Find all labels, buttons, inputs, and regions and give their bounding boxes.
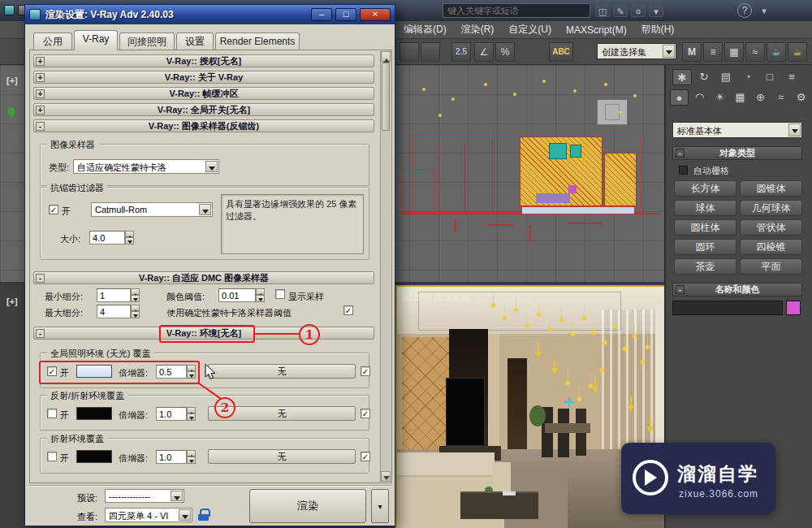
object-color-swatch[interactable] (786, 301, 801, 315)
dropdown-arrow-icon[interactable] (205, 161, 218, 172)
filter-size-spinner[interactable] (125, 231, 134, 245)
geosphere-button[interactable]: 几何球体 (740, 200, 802, 216)
gi-map-enable-checkbox[interactable]: ✓ (361, 366, 370, 376)
unlink-icon[interactable] (421, 42, 440, 62)
menu-customize[interactable]: 自定义(U) (503, 21, 557, 38)
filter-size-field[interactable] (89, 231, 125, 245)
lights-category-icon[interactable]: ☀ (710, 89, 729, 106)
align-icon[interactable]: ≡ (703, 42, 723, 62)
expand-icon[interactable]: + (36, 57, 45, 66)
dropdown-arrow-icon[interactable] (199, 204, 211, 215)
reflection-override-on-checkbox[interactable] (47, 409, 57, 418)
rollout-authorization[interactable]: + V-Ray:: 授权[无名] (33, 54, 374, 67)
refraction-map-none-button[interactable]: 无 (208, 449, 356, 464)
color-threshold-spinner[interactable] (256, 288, 265, 302)
percent-snap-icon[interactable]: % (495, 42, 515, 62)
torus-button[interactable]: 圆环 (674, 239, 736, 255)
motion-tab-icon[interactable]: ◔ (738, 69, 758, 85)
box-button[interactable]: 长方体 (674, 180, 736, 197)
tab-settings[interactable]: 设置 (176, 32, 214, 50)
reflection-map-enable-checkbox[interactable]: ✓ (361, 409, 370, 418)
sphere-button[interactable]: 球体 (674, 200, 736, 216)
search-input[interactable] (443, 3, 590, 18)
scroll-up-icon[interactable] (381, 51, 391, 62)
render-button[interactable]: 渲染 (249, 489, 366, 523)
viewport-corner-menu[interactable]: [+] (6, 76, 18, 85)
max-subdivs-spinner[interactable] (131, 305, 140, 318)
use-dmc-threshold-checkbox[interactable]: ✓ (343, 305, 353, 315)
geometry-category-icon[interactable]: ● (670, 89, 689, 106)
object-name-field[interactable] (672, 301, 783, 315)
viewport-label[interactable]: [摄影机] [真实处理] (403, 292, 471, 303)
collapse-icon[interactable]: - (676, 285, 685, 294)
refraction-multiplier-field[interactable] (156, 450, 187, 464)
render-setup-icon[interactable]: ☕ (767, 42, 786, 62)
rollout-dmc-sampler[interactable]: - V-Ray:: 自适应 DMC 图像采样器 (33, 271, 374, 284)
angle-snap-icon[interactable]: ∠ (474, 42, 494, 62)
expand-icon[interactable]: + (36, 73, 45, 82)
rollout-about-vray[interactable]: + V-Ray:: 关于 V-Ray (33, 71, 374, 84)
layer-manager-icon[interactable]: ▦ (724, 42, 744, 62)
show-samples-checkbox[interactable] (275, 289, 285, 299)
cone-button[interactable]: 圆锥体 (740, 180, 802, 197)
min-subdivs-spinner[interactable] (131, 288, 140, 302)
mirror-icon[interactable]: M (682, 42, 702, 62)
help-caret-icon[interactable]: ▾ (757, 4, 771, 17)
shapes-category-icon[interactable]: ◠ (690, 89, 709, 106)
scroll-down-icon[interactable] (381, 471, 391, 482)
aa-filter-dropdown[interactable]: Catmull-Rom (91, 202, 213, 217)
min-subdivs-field[interactable] (97, 288, 131, 302)
dropdown-arrow-icon[interactable] (179, 509, 191, 521)
display-tab-icon[interactable]: □ (760, 69, 780, 85)
reflection-multiplier-field[interactable] (156, 407, 187, 421)
name-color-rollout[interactable]: - 名称和颜色 (672, 283, 802, 296)
view-dropdown[interactable]: 四元菜单 4 - VI (105, 508, 192, 522)
teapot-button[interactable]: 茶壶 (674, 258, 736, 275)
reflection-multiplier-spinner[interactable] (187, 407, 196, 421)
viewport-corner-menu[interactable]: [+] (6, 296, 18, 306)
preset-dropdown[interactable]: -------------- (105, 489, 184, 503)
render-flyout-button[interactable]: ▾ (371, 489, 389, 523)
close-button[interactable]: × (360, 8, 391, 21)
scroll-thumb[interactable] (382, 63, 390, 131)
collapse-icon[interactable]: - (36, 122, 45, 131)
autogrid-checkbox[interactable] (679, 166, 688, 175)
tab-indirect-illumination[interactable]: 间接照明 (119, 32, 175, 50)
gi-map-none-button[interactable]: 无 (208, 364, 356, 379)
color-threshold-field[interactable] (218, 288, 256, 302)
dialog-scrollbar[interactable] (380, 51, 391, 482)
object-type-rollout[interactable]: - 对象类型 (672, 146, 802, 160)
menu-help[interactable]: 帮助(H) (636, 21, 680, 38)
infocenter-window-icon[interactable]: ◫ (595, 4, 610, 17)
collapse-icon[interactable]: - (36, 329, 45, 338)
primitive-type-dropdown[interactable]: 标准基本体 (672, 122, 802, 138)
sampler-type-dropdown[interactable]: 自适应确定性蒙特卡洛 (73, 159, 219, 174)
refraction-override-on-checkbox[interactable] (47, 452, 57, 461)
maximize-button[interactable]: □ (335, 8, 356, 21)
lock-icon[interactable] (197, 508, 209, 522)
refraction-multiplier-spinner[interactable] (187, 450, 196, 464)
tube-button[interactable]: 管状体 (740, 219, 802, 236)
infocenter-pen-icon[interactable]: ✎ (613, 4, 628, 17)
menu-graph-editors[interactable]: 编辑器(D) (398, 21, 452, 38)
collapse-icon[interactable]: - (36, 274, 45, 283)
minimize-button[interactable]: – (311, 8, 332, 21)
infocenter-key-icon[interactable]: ¤ (631, 4, 646, 17)
render-production-icon[interactable]: ☕ (788, 42, 807, 62)
named-selection-icon[interactable]: ABC (549, 42, 573, 62)
refraction-map-enable-checkbox[interactable]: ✓ (361, 452, 370, 461)
cameras-category-icon[interactable]: ▦ (731, 89, 749, 106)
expand-icon[interactable]: + (36, 89, 45, 98)
dropdown-arrow-icon[interactable] (788, 123, 801, 136)
rollout-frame-buffer[interactable]: + V-Ray:: 帧缓冲区 (33, 87, 374, 100)
max-subdivs-field[interactable] (97, 305, 131, 318)
utilities-tab-icon[interactable]: ≡ (782, 69, 801, 85)
modify-tab-icon[interactable]: ↻ (694, 69, 714, 85)
curve-editor-icon[interactable]: ≈ (745, 42, 765, 62)
helpers-category-icon[interactable]: ⊕ (751, 89, 770, 106)
refraction-color-swatch[interactable] (76, 450, 112, 463)
rollout-image-sampler[interactable]: - V-Ray:: 图像采样器(反锯齿) (33, 119, 374, 132)
dropdown-arrow-icon[interactable] (663, 45, 675, 58)
spacewarps-category-icon[interactable]: ≈ (771, 89, 790, 106)
snap-toggle-icon[interactable]: 2.5 (451, 42, 471, 62)
